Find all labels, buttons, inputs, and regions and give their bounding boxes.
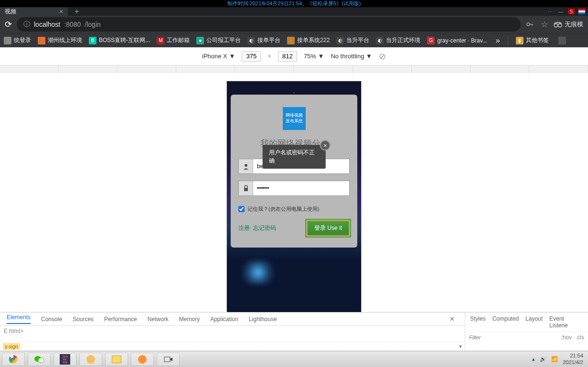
bookmark-item[interactable]: 接单系统222 <box>287 36 330 44</box>
bookmark-label: BOSS直聘-互联网... <box>99 36 150 44</box>
address-toolbar: ⟳ ⓘ localhost:8080/login ☆ 无痕模 <box>0 16 588 33</box>
device-frame: 网络视频 发布系统 我的网络视频分... 用户名或密码不正确 × <box>227 81 361 313</box>
address-bar[interactable]: ⓘ localhost:8080/login <box>17 17 521 32</box>
devtools-tab-sources[interactable]: Sources <box>73 316 94 323</box>
bookmark-item[interactable]: ◐当升平台 <box>336 36 369 44</box>
bookmark-item[interactable]: M工作邮箱 <box>157 36 190 44</box>
favicon: ● <box>196 37 204 44</box>
other-bookmarks[interactable]: ▮ 其他书签 <box>516 36 549 44</box>
device-toolbar: iPhone X ▼ × 75% ▼ No throttling ▼ ⊘ <box>0 47 588 65</box>
dom-tree-line[interactable]: E html> <box>0 326 465 336</box>
tray-arrow-icon[interactable]: ▴ <box>532 356 535 362</box>
device-height-input[interactable] <box>278 51 297 62</box>
toast-text: 用户名或密码不正确 <box>269 149 315 164</box>
password-row <box>238 181 350 196</box>
cls-toggle[interactable]: .cls <box>576 334 584 341</box>
styles-filter-row: :hov .cls <box>465 332 588 343</box>
device-select[interactable]: iPhone X ▼ <box>202 53 235 60</box>
password-input[interactable] <box>253 181 349 195</box>
styles-tab[interactable]: Styles <box>470 315 486 329</box>
bookmark-item[interactable]: BBOSS直聘-互联网... <box>89 36 150 44</box>
volume-icon[interactable]: 🔊 <box>540 356 546 362</box>
site-info-icon[interactable]: ⓘ <box>23 20 30 29</box>
devtools-panel: Elements Console Sources Performance Net… <box>0 312 588 351</box>
remember-me[interactable]: 记住我？(勿在公用电脑上使用) <box>238 205 350 213</box>
bookmark-item[interactable]: ●公司报工平台 <box>196 36 241 44</box>
login-footer: 注册 忘记密码 登录 Use it <box>238 220 350 236</box>
favicon: M <box>157 37 164 44</box>
svg-point-8 <box>38 358 44 363</box>
devtools-tab-lighthouse[interactable]: Lighthouse <box>249 316 277 323</box>
computed-tab[interactable]: Computed <box>492 315 519 329</box>
remember-checkbox[interactable] <box>238 206 245 212</box>
taskbar-chrome[interactable] <box>2 353 25 366</box>
taskbar-app2[interactable] <box>131 353 154 366</box>
sogou-ime-icon[interactable]: S <box>568 9 575 14</box>
forgot-password-link[interactable]: 忘记密码 <box>253 225 276 231</box>
incognito-indicator[interactable]: 无痕模 <box>553 20 583 29</box>
browser-tab[interactable]: 视频 × <box>0 7 68 16</box>
reload-icon[interactable]: ⟳ <box>5 19 12 30</box>
taskbar-explorer[interactable] <box>105 353 128 366</box>
app-logo: 网络视频 发布系统 <box>283 107 306 130</box>
devtools-tab-performance[interactable]: Performance <box>104 316 137 323</box>
taskbar-recorder[interactable] <box>157 353 180 366</box>
bookmark-label: gray-center · Brav... <box>437 37 487 44</box>
password-key-icon[interactable] <box>525 20 534 29</box>
taskbar-ide[interactable]: Java EEIDE <box>53 353 76 366</box>
device-width-input[interactable] <box>242 51 261 62</box>
clock[interactable]: 21:54 2021/4/2 <box>563 353 583 365</box>
chevron-down-icon[interactable]: ▾ <box>459 343 462 350</box>
bookmarks-overflow-icon[interactable]: » <box>496 36 500 45</box>
close-icon[interactable]: × <box>320 140 331 151</box>
devtools-tab-console[interactable]: Console <box>41 316 62 323</box>
devtools-tab-elements[interactable]: Elements <box>7 314 31 324</box>
register-link[interactable]: 注册 <box>238 225 250 231</box>
new-tab-button[interactable]: + <box>75 7 79 16</box>
remember-label: 记住我？(勿在公用电脑上使用) <box>247 205 319 213</box>
breadcrumb-node[interactable]: y.sign <box>3 343 20 350</box>
recording-banner: 制作时间:2021年04月29日21:54。《轻松录屏5》(试用版) <box>0 0 588 7</box>
tab-title: 视频 <box>5 8 16 16</box>
bookmark-label: 公司报工平台 <box>206 36 241 44</box>
rotate-icon[interactable]: ⊘ <box>379 51 386 62</box>
taskbar-wechat[interactable] <box>28 353 51 366</box>
devtools-tab-application[interactable]: Application <box>210 316 238 323</box>
close-tab-icon[interactable]: × <box>59 8 63 15</box>
ime-flag-icon[interactable] <box>578 9 585 14</box>
hov-toggle[interactable]: :hov <box>561 334 572 341</box>
layout-tab[interactable]: Layout <box>525 315 543 329</box>
bookmark-item[interactable]: 潮州线上环境 <box>38 36 82 44</box>
devtools-tab-memory[interactable]: Memory <box>179 316 200 323</box>
bookmark-item[interactable]: Ggray-center · Brav... <box>427 37 487 44</box>
taskbar-app1[interactable] <box>79 353 102 366</box>
bookmark-star-icon[interactable]: ☆ <box>541 19 548 30</box>
error-toast: 用户名或密码不正确 × <box>262 145 326 169</box>
devtools-tab-network[interactable]: Network <box>148 316 169 323</box>
throttle-select[interactable]: No throttling ▼ <box>331 53 372 60</box>
devtools-main: Elements Console Sources Performance Net… <box>0 313 465 351</box>
styles-filter-input[interactable] <box>469 335 557 340</box>
zoom-select[interactable]: 75% ▼ <box>304 53 324 60</box>
settings-dots-icon[interactable]: ⋯ <box>547 9 554 14</box>
wifi-icon[interactable]: 📶 <box>551 356 558 362</box>
system-tray: ▴ 🔊 📶 21:54 2021/4/2 <box>532 353 586 365</box>
url-path: /login <box>85 21 100 28</box>
devtools-sidebar: Styles Computed Layout Event Listene :ho… <box>465 313 588 351</box>
lock-icon <box>239 181 253 195</box>
eventlisteners-tab[interactable]: Event Listene <box>549 315 583 329</box>
bookmark-item[interactable]: 统登录 <box>4 36 31 44</box>
favicon <box>38 37 45 44</box>
bookmark-item[interactable]: ◐当升正式环境 <box>376 36 420 44</box>
reading-list-icon[interactable] <box>558 37 566 44</box>
url-port: :8080 <box>64 21 81 28</box>
bookmark-item[interactable]: ◐接单平台 <box>247 36 280 44</box>
svg-rect-9 <box>164 357 170 362</box>
bookmark-label: 当升正式环境 <box>386 36 420 44</box>
login-button[interactable]: 登录 Use it <box>307 220 350 236</box>
dom-breadcrumb: y.sign ▾ <box>0 342 465 351</box>
devtools-tabs: Elements Console Sources Performance Net… <box>0 313 465 326</box>
favicon: ◐ <box>247 37 255 44</box>
minimize-icon[interactable]: — <box>557 9 564 14</box>
devtools-close-icon[interactable]: × <box>446 313 458 325</box>
